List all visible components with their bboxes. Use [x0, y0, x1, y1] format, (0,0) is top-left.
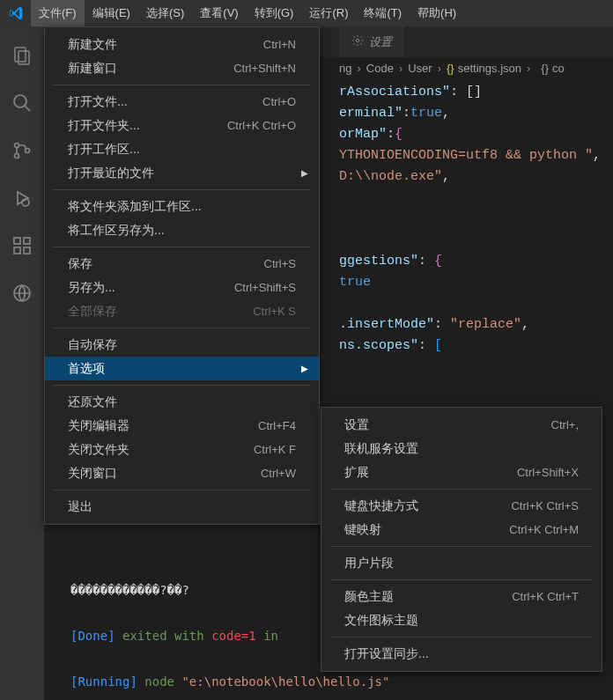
- menu-item[interactable]: 将文件夹添加到工作区...: [45, 195, 319, 218]
- svg-rect-12: [24, 238, 30, 244]
- gear-icon: [351, 34, 364, 49]
- menu-item-label: 键映射: [344, 522, 381, 538]
- menu-item-label: 打开设置同步...: [344, 646, 429, 662]
- menu-item-label: 文件图标主题: [344, 613, 418, 629]
- svg-point-6: [26, 149, 30, 153]
- menu-item[interactable]: 退出: [45, 495, 319, 519]
- crumb-seg[interactable]: User: [408, 62, 432, 75]
- menu-separator: [330, 579, 593, 580]
- menu-separator: [54, 85, 310, 85]
- menubar-item[interactable]: 转到(G): [247, 0, 302, 26]
- menu-item[interactable]: 关闭编辑器Ctrl+F4: [45, 414, 319, 438]
- menu-item-label: 全部保存: [68, 304, 117, 320]
- extensions-icon[interactable]: [0, 224, 44, 268]
- menu-item-label: 打开文件夹...: [68, 118, 140, 134]
- menu-item[interactable]: 联机服务设置: [321, 437, 602, 461]
- menubar: 文件(F)编辑(E)选择(S)查看(V)转到(G)运行(R)终端(T)帮助(H): [31, 0, 464, 26]
- menu-item[interactable]: 颜色主题Ctrl+K Ctrl+T: [321, 585, 602, 608]
- menu-item[interactable]: 新建文件Ctrl+N: [45, 33, 319, 56]
- menu-item-label: 另存为...: [68, 280, 115, 296]
- crumb-seg[interactable]: ng: [339, 62, 351, 75]
- menu-item-label: 将文件夹添加到工作区...: [68, 199, 202, 215]
- menu-item-label: 新建窗口: [68, 61, 117, 77]
- svg-rect-0: [15, 48, 26, 62]
- search-icon[interactable]: [0, 81, 44, 125]
- menu-item-label: 联机服务设置: [344, 441, 418, 457]
- menu-item-shortcut: Ctrl+K S: [253, 305, 296, 318]
- menu-item[interactable]: 设置Ctrl+,: [321, 413, 602, 437]
- menu-item[interactable]: 打开设置同步...: [321, 642, 602, 666]
- svg-point-2: [14, 95, 26, 107]
- menu-item[interactable]: 扩展Ctrl+Shift+X: [321, 461, 602, 484]
- menu-item-shortcut: Ctrl+K Ctrl+T: [512, 590, 579, 603]
- menu-item-shortcut: Ctrl+Shift+N: [233, 62, 296, 75]
- menubar-item[interactable]: 编辑(E): [85, 0, 138, 26]
- menu-item[interactable]: 新建窗口Ctrl+Shift+N: [45, 56, 319, 80]
- run-debug-icon[interactable]: [0, 176, 44, 220]
- menu-separator: [54, 189, 310, 190]
- menu-item-label: 退出: [68, 499, 92, 515]
- menu-item-label: 打开工作区...: [68, 142, 140, 158]
- menu-item[interactable]: 键映射Ctrl+K Ctrl+M: [321, 518, 602, 542]
- crumb-seg[interactable]: Code: [366, 62, 394, 75]
- menubar-item[interactable]: 终端(T): [356, 0, 410, 26]
- crumb-file[interactable]: settings.json: [458, 62, 521, 75]
- menu-item-shortcut: Ctrl+N: [263, 38, 296, 51]
- menu-item-label: 打开最近的文件: [68, 166, 154, 181]
- menu-item[interactable]: 打开工作区...: [45, 137, 319, 161]
- menu-item[interactable]: 关闭文件夹Ctrl+K F: [45, 438, 319, 461]
- menu-item-label: 键盘快捷方式: [344, 498, 418, 514]
- menu-item[interactable]: 键盘快捷方式Ctrl+K Ctrl+S: [321, 494, 602, 518]
- menu-item-shortcut: Ctrl+K Ctrl+O: [227, 119, 296, 132]
- menu-item-shortcut: Ctrl+K Ctrl+M: [509, 523, 579, 536]
- explorer-icon[interactable]: [0, 33, 44, 77]
- menu-item[interactable]: 打开文件夹...Ctrl+K Ctrl+O: [45, 114, 319, 137]
- menu-item-label: 新建文件: [68, 37, 117, 53]
- menubar-item[interactable]: 查看(V): [192, 0, 246, 26]
- svg-point-4: [15, 144, 19, 148]
- menu-item[interactable]: 自动保存: [45, 333, 319, 357]
- menu-item-label: 用户片段: [344, 556, 394, 571]
- tab-settings[interactable]: 设置: [339, 26, 405, 57]
- titlebar: 文件(F)编辑(E)选择(S)查看(V)转到(G)运行(R)终端(T)帮助(H): [0, 0, 613, 26]
- file-menu: 新建文件Ctrl+N新建窗口Ctrl+Shift+N打开文件...Ctrl+O打…: [44, 26, 320, 525]
- menu-item-label: 颜色主题: [344, 589, 394, 605]
- menu-item[interactable]: 用户片段: [321, 551, 602, 575]
- menu-item[interactable]: 将工作区另存为...: [45, 218, 319, 242]
- menu-item[interactable]: 保存Ctrl+S: [45, 252, 319, 276]
- menu-item[interactable]: 打开最近的文件▶: [45, 161, 319, 185]
- menu-separator: [54, 490, 310, 490]
- menu-item-label: 设置: [344, 417, 369, 433]
- menubar-item[interactable]: 选择(S): [138, 0, 192, 26]
- menu-item-label: 关闭编辑器: [68, 418, 129, 434]
- activitybar: [0, 26, 44, 700]
- crumb-seg[interactable]: co: [552, 62, 565, 75]
- menu-item[interactable]: 关闭窗口Ctrl+W: [45, 461, 319, 485]
- menu-item[interactable]: 还原文件: [45, 390, 319, 414]
- svg-line-3: [25, 106, 30, 111]
- menu-item[interactable]: 首选项▶: [45, 357, 319, 380]
- svg-rect-11: [24, 247, 30, 254]
- menu-item[interactable]: 打开文件...Ctrl+O: [45, 90, 319, 114]
- menu-item-label: 将工作区另存为...: [68, 223, 165, 239]
- menu-item-shortcut: Ctrl+,: [551, 418, 579, 431]
- menu-item-shortcut: Ctrl+Shift+X: [517, 466, 579, 479]
- menu-item[interactable]: 文件图标主题: [321, 608, 602, 632]
- svg-marker-7: [18, 192, 28, 204]
- chevron-right-icon: ›: [438, 62, 441, 75]
- menu-item[interactable]: 另存为...Ctrl+Shift+S: [45, 276, 319, 299]
- menu-separator: [330, 489, 593, 490]
- svg-point-14: [356, 39, 359, 42]
- preferences-submenu: 设置Ctrl+,联机服务设置扩展Ctrl+Shift+X键盘快捷方式Ctrl+K…: [321, 407, 602, 672]
- object-icon: {}: [541, 62, 549, 75]
- menu-separator: [54, 328, 310, 328]
- menu-item-label: 保存: [68, 256, 92, 272]
- menubar-item[interactable]: 运行(R): [301, 0, 356, 26]
- menubar-item[interactable]: 文件(F): [31, 0, 85, 26]
- menu-item-label: 首选项: [68, 361, 105, 377]
- menu-item-shortcut: Ctrl+W: [261, 467, 296, 480]
- menubar-item[interactable]: 帮助(H): [410, 0, 464, 26]
- svg-rect-10: [14, 247, 20, 254]
- source-control-icon[interactable]: [0, 129, 44, 173]
- remote-icon[interactable]: [0, 271, 44, 315]
